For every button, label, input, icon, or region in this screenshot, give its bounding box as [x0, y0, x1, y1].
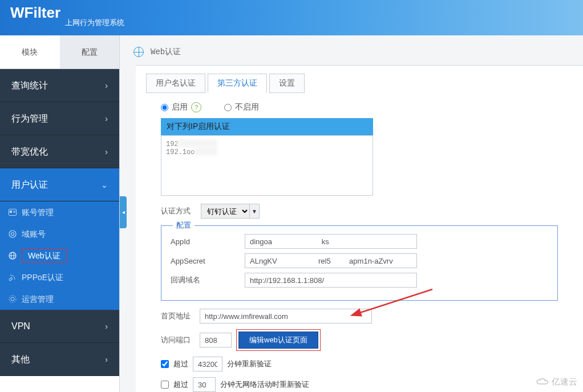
sidebar-tab-module[interactable]: 模块 — [0, 35, 60, 68]
chevron-right-icon: › — [105, 135, 108, 168]
network-icon — [8, 273, 17, 282]
homeurl-row: 首页地址 — [146, 309, 573, 324]
sidebar-item-domain[interactable]: 域账号 — [0, 223, 119, 245]
at-icon — [8, 229, 17, 239]
appid-label: AppId — [171, 237, 245, 246]
brand-subtitle: 上网行为管理系统 — [65, 18, 124, 28]
radio-enable-input[interactable] — [161, 104, 168, 111]
sidebar-item-webauth[interactable]: Web认证 — [0, 245, 119, 266]
sidebar-group-query[interactable]: 查询统计 › — [0, 69, 119, 102]
sidebar-group-label: 其他 — [11, 343, 30, 376]
watermark-text: 亿速云 — [552, 377, 577, 387]
idle-minutes-input[interactable] — [193, 377, 216, 392]
reauth-suffix: 分钟重新验证 — [227, 359, 272, 369]
sidebar: 模块 配置 查询统计 › 行为管理 › 带宽优化 › 用户认证 ⌄ 账号管理 — [0, 35, 120, 392]
port-row: 访问端口 编辑web认证页面 — [146, 329, 573, 351]
globe-icon — [8, 251, 17, 260]
radio-enable[interactable]: 启用 ? — [161, 102, 201, 112]
idle-over-label: 超过 — [173, 379, 188, 390]
chevron-right-icon: › — [105, 69, 108, 102]
reauth-minutes-input[interactable] — [193, 357, 222, 371]
reauth-checkbox[interactable] — [161, 360, 169, 368]
auth-method-select[interactable]: 钉钉认证 — [201, 204, 249, 219]
appsecret-label: AppSecret — [171, 257, 245, 265]
idle-suffix: 分钟无网络活动时重新验证 — [220, 379, 309, 390]
globe-icon — [133, 47, 144, 57]
sidebar-group-bandwidth[interactable]: 带宽优化 › — [0, 135, 119, 168]
tab-thirdparty-auth[interactable]: 第三方认证 — [208, 74, 267, 93]
sidebar-collapse-handle[interactable]: ◂ — [120, 196, 127, 228]
id-card-icon — [8, 208, 17, 217]
sidebar-group-vpn[interactable]: VPN › — [0, 310, 119, 343]
svg-rect-1 — [10, 211, 12, 213]
port-input[interactable] — [200, 333, 232, 347]
port-label: 访问端口 — [161, 335, 195, 345]
help-icon[interactable]: ? — [191, 102, 201, 112]
sidebar-group-other[interactable]: 其他 › — [0, 343, 119, 376]
svg-point-5 — [11, 233, 14, 236]
sidebar-item-label: 运营管理 — [22, 288, 54, 310]
highlight-box: 编辑web认证页面 — [236, 329, 321, 351]
appid-input[interactable] — [245, 234, 417, 249]
page-title: Web认证 — [151, 47, 181, 57]
svg-point-10 — [11, 297, 14, 301]
sidebar-group-userauth[interactable]: 用户认证 ⌄ — [0, 168, 119, 201]
brand-name: WFilter — [10, 5, 60, 20]
tab-settings[interactable]: 设置 — [269, 74, 305, 93]
config-legend: 配置 — [173, 220, 195, 231]
svg-point-11 — [9, 296, 16, 302]
radio-disable-label: 不启用 — [235, 102, 259, 112]
sidebar-group-label: 行为管理 — [11, 102, 48, 135]
enable-radio-row: 启用 ? 不启用 — [146, 102, 573, 112]
chevron-right-icon: › — [105, 343, 108, 376]
chevron-right-icon: › — [105, 310, 108, 343]
homeurl-input[interactable] — [200, 309, 372, 324]
auth-method-row: 认证方式 钉钉认证 ▼ — [146, 204, 573, 219]
radio-disable-input[interactable] — [224, 104, 232, 111]
svg-point-9 — [9, 278, 11, 281]
ip-list-title: 对下列IP启用认证 — [161, 118, 373, 135]
homeurl-label: 首页地址 — [161, 311, 195, 321]
callback-input[interactable] — [245, 273, 417, 288]
idle-row: 超过 分钟无网络活动时重新验证 — [146, 377, 573, 392]
idle-checkbox[interactable] — [161, 381, 169, 389]
sidebar-item-label: PPPoE认证 — [22, 266, 63, 288]
sidebar-item-label: 账号管理 — [22, 201, 54, 223]
sidebar-group-label: 带宽优化 — [11, 135, 48, 168]
radio-enable-label: 启用 — [172, 102, 188, 112]
sidebar-item-account[interactable]: 账号管理 — [0, 201, 119, 223]
sidebar-group-behavior[interactable]: 行为管理 › — [0, 102, 119, 135]
sidebar-tabs: 模块 配置 — [0, 35, 119, 69]
sidebar-group-label: 用户认证 — [11, 168, 48, 201]
appsecret-input[interactable] — [245, 253, 417, 268]
radio-disable[interactable]: 不启用 — [224, 102, 259, 112]
page-title-row: Web认证 — [133, 47, 583, 57]
callback-label: 回调域名 — [171, 275, 245, 285]
app-header: WFilter 上网行为管理系统 — [0, 0, 583, 35]
dropdown-icon[interactable]: ▼ — [249, 204, 260, 219]
gear-icon — [8, 294, 17, 304]
edit-auth-page-button[interactable]: 编辑web认证页面 — [238, 332, 318, 349]
watermark: 亿速云 — [536, 377, 577, 387]
sidebar-tab-config[interactable]: 配置 — [60, 35, 120, 68]
tab-username-auth[interactable]: 用户名认证 — [146, 74, 205, 93]
chevron-down-icon: ⌄ — [101, 168, 108, 201]
sidebar-item-label: 域账号 — [22, 223, 46, 245]
reauth-over-label: 超过 — [173, 359, 188, 369]
settings-panel: 用户名认证 第三方认证 设置 启用 ? 不启用 对下列IP启用认证 — [136, 65, 583, 392]
sidebar-group-label: 查询统计 — [11, 69, 48, 102]
sidebar-group-label: VPN — [11, 310, 30, 343]
main-content: Web认证 用户名认证 第三方认证 设置 启用 ? 不启用 — [120, 35, 583, 392]
sidebar-item-ops[interactable]: 运营管理 — [0, 288, 119, 310]
cloud-icon — [536, 378, 549, 387]
chevron-right-icon: › — [105, 102, 108, 135]
reauth-row: 超过 分钟重新验证 — [146, 357, 573, 371]
sidebar-item-pppoe[interactable]: PPPoE认证 — [0, 266, 119, 288]
ip-list-box[interactable]: 192 192.1oo. — [161, 135, 373, 196]
config-fieldset: 配置 AppId AppSecret 回调域名 — [161, 225, 558, 301]
inner-tabs: 用户名认证 第三方认证 设置 — [146, 74, 573, 93]
sidebar-item-label: Web认证 — [22, 249, 67, 262]
auth-method-label: 认证方式 — [161, 206, 195, 216]
svg-point-4 — [9, 231, 16, 237]
